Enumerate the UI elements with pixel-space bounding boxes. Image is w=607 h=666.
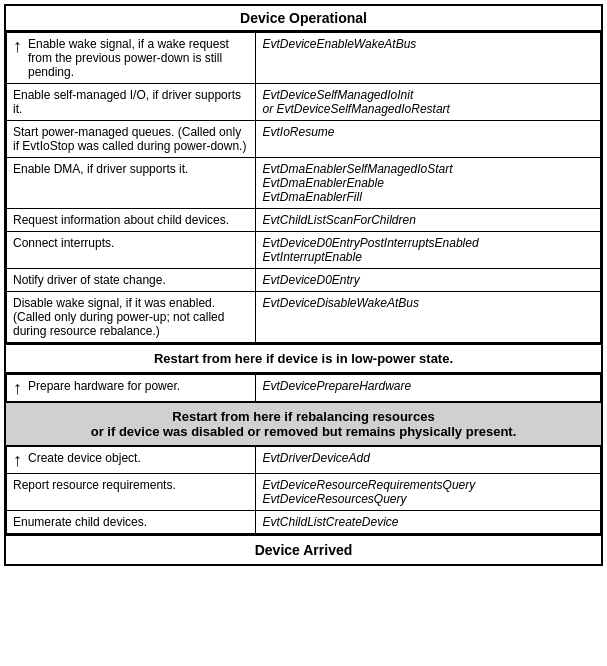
device-arrived-footer: Device Arrived xyxy=(6,534,601,564)
row-left-cell: ↑Prepare hardware for power. xyxy=(7,375,256,402)
table-row: Connect interrupts.EvtDeviceD0EntryPostI… xyxy=(7,232,601,269)
table-row: Notify driver of state change.EvtDeviceD… xyxy=(7,269,601,292)
row-right-cell: EvtDeviceSelfManagedIoInit or EvtDeviceS… xyxy=(256,84,601,121)
row-right-cell: EvtChildListScanForChildren xyxy=(256,209,601,232)
bottom-title-text: Device Arrived xyxy=(255,542,353,558)
main-container: Device Operational ↑Enable wake signal, … xyxy=(4,4,603,566)
row-left-cell: Start power-managed queues. (Called only… xyxy=(7,121,256,158)
row-right-cell: EvtChildListCreateDevice xyxy=(256,511,601,534)
bottom-table: ↑Create device object.EvtDriverDeviceAdd… xyxy=(6,446,601,534)
row-left-cell: Notify driver of state change. xyxy=(7,269,256,292)
low-power-banner: Restart from here if device is in low-po… xyxy=(6,343,601,374)
row-left-cell: Connect interrupts. xyxy=(7,232,256,269)
table-row: Enable self-managed I/O, if driver suppo… xyxy=(7,84,601,121)
row-right-cell: EvtIoResume xyxy=(256,121,601,158)
arrow-up-icon: ↑ xyxy=(7,447,26,473)
table-row: Start power-managed queues. (Called only… xyxy=(7,121,601,158)
row-left-cell: Enumerate child devices. xyxy=(7,511,256,534)
row-left-text: Create device object. xyxy=(26,447,147,469)
middle-table: ↑Prepare hardware for power.EvtDevicePre… xyxy=(6,374,601,402)
row-left-cell: ↑Enable wake signal, if a wake request f… xyxy=(7,33,256,84)
row-right-cell: EvtDeviceDisableWakeAtBus xyxy=(256,292,601,343)
table-row: ↑Prepare hardware for power.EvtDevicePre… xyxy=(7,375,601,402)
row-right-cell: EvtDeviceResourceRequirementsQuery EvtDe… xyxy=(256,474,601,511)
table-row: Enable DMA, if driver supports it.EvtDma… xyxy=(7,158,601,209)
arrow-up-icon: ↑ xyxy=(7,375,26,401)
top-title-text: Device Operational xyxy=(240,10,367,26)
row-right-cell: EvtDeviceD0Entry xyxy=(256,269,601,292)
table-row: Enumerate child devices.EvtChildListCrea… xyxy=(7,511,601,534)
row-left-cell: Enable self-managed I/O, if driver suppo… xyxy=(7,84,256,121)
row-right-cell: EvtDmaEnablerSelfManagedIoStart EvtDmaEn… xyxy=(256,158,601,209)
row-left-cell: Disable wake signal, if it was enabled. … xyxy=(7,292,256,343)
arrow-up-icon: ↑ xyxy=(7,33,26,59)
table-row: Disable wake signal, if it was enabled. … xyxy=(7,292,601,343)
row-left-cell: Enable DMA, if driver supports it. xyxy=(7,158,256,209)
device-operational-header: Device Operational xyxy=(6,6,601,32)
table-row: ↑Enable wake signal, if a wake request f… xyxy=(7,33,601,84)
row-left-cell: ↑Create device object. xyxy=(7,447,256,474)
row-right-cell: EvtDriverDeviceAdd xyxy=(256,447,601,474)
row-left-cell: Request information about child devices. xyxy=(7,209,256,232)
row-right-cell: EvtDeviceEnableWakeAtBus xyxy=(256,33,601,84)
row-right-cell: EvtDevicePrepareHardware xyxy=(256,375,601,402)
rebalance-text: Restart from here if rebalancing resourc… xyxy=(91,409,517,439)
row-left-text: Prepare hardware for power. xyxy=(26,375,186,397)
row-left-cell: Report resource requirements. xyxy=(7,474,256,511)
row-right-cell: EvtDeviceD0EntryPostInterruptsEnabled Ev… xyxy=(256,232,601,269)
low-power-text: Restart from here if device is in low-po… xyxy=(154,351,453,366)
table-row: Request information about child devices.… xyxy=(7,209,601,232)
table-row: Report resource requirements.EvtDeviceRe… xyxy=(7,474,601,511)
row-left-text: Enable wake signal, if a wake request fr… xyxy=(26,33,255,83)
rebalance-banner: Restart from here if rebalancing resourc… xyxy=(6,402,601,446)
table-row: ↑Create device object.EvtDriverDeviceAdd xyxy=(7,447,601,474)
main-table: ↑Enable wake signal, if a wake request f… xyxy=(6,32,601,343)
